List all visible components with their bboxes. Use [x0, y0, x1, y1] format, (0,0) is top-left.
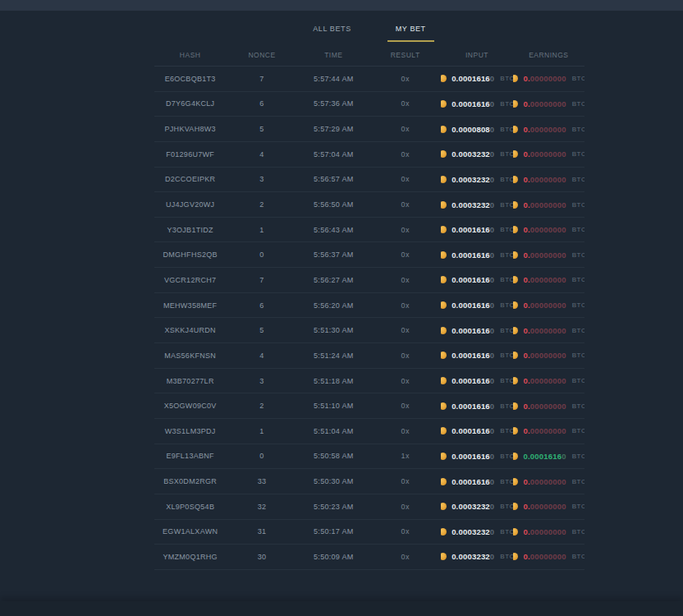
btc-coin-icon [441, 126, 447, 133]
bet-input-value: 0.00016160 [452, 326, 494, 335]
bet-nonce: 7 [226, 75, 297, 83]
table-row: Y3OJB1TIDZ 1 5:56:43 AM 0x 0.00016160 BT… [154, 218, 584, 243]
bet-input-value: 0.00032320 [452, 527, 494, 536]
table-row: VGCR12RCH7 7 5:56:27 AM 0x 0.00016160 BT… [154, 268, 584, 293]
btc-coin-icon [513, 176, 519, 183]
bet-input-value: 0.00032320 [452, 149, 494, 159]
btc-coin-icon [441, 226, 447, 233]
bet-input-cell: 0.00016160 BTC [441, 402, 512, 411]
bet-earnings-value: 0.00000000 [523, 552, 566, 561]
bet-hash: BSX0DM2RGR [154, 477, 226, 485]
bet-earnings-cell: 0.00000000 BTC [513, 426, 584, 435]
bet-result: 0x [369, 75, 441, 83]
table-row: D7Y6G4KCLJ 6 5:57:36 AM 0x 0.00016160 BT… [154, 92, 584, 117]
bet-time: 5:57:36 AM [298, 99, 369, 108]
bet-hash: E6OCBQB1T3 [154, 75, 226, 83]
tab-all-bets[interactable]: ALL BETS [305, 25, 360, 42]
btc-currency-label: BTC [572, 75, 584, 82]
bet-nonce: 33 [226, 477, 297, 485]
bet-earnings-cell: 0.00000000 BTC [513, 175, 584, 184]
table-row: MAS56KFNSN 4 5:51:24 AM 0x 0.00016160 BT… [154, 343, 584, 369]
bet-input-value: 0.00016160 [452, 275, 494, 284]
bet-earnings-cell: 0.00000000 BTC [513, 326, 584, 335]
bet-hash: EGW1ALXAWN [154, 527, 226, 536]
bet-time: 5:50:30 AM [298, 477, 369, 485]
bet-input-value: 0.00008080 [452, 125, 494, 134]
btc-coin-icon [441, 150, 447, 158]
btc-currency-label: BTC [572, 327, 584, 334]
tab-my-bet[interactable]: MY BET [387, 25, 434, 42]
bet-result: 0x [369, 352, 441, 360]
bet-hash: MEHW358MEF [154, 301, 226, 310]
btc-currency-label: BTC [572, 352, 584, 359]
column-header-result: RESULT [369, 51, 441, 59]
bet-earnings-value: 0.00000000 [523, 251, 566, 260]
btc-coin-icon [513, 126, 519, 133]
bet-hash: VGCR12RCH7 [154, 276, 226, 284]
btc-currency-label: BTC [572, 276, 584, 283]
bet-time: 5:57:29 AM [298, 125, 369, 133]
bet-nonce: 3 [226, 377, 297, 385]
column-header-earnings: EARNINGS [513, 51, 584, 59]
column-header-input: INPUT [441, 51, 512, 59]
bet-hash: X5OGW09C0V [154, 402, 226, 410]
btc-coin-icon [441, 377, 447, 384]
table-row: F01296U7WF 4 5:57:04 AM 0x 0.00032320 BT… [154, 142, 584, 168]
bet-earnings-cell: 0.00000000 BTC [513, 225, 584, 234]
bet-earnings-cell: 0.00000000 BTC [513, 376, 584, 385]
btc-coin-icon [513, 478, 519, 485]
bet-input-cell: 0.00032320 BTC [441, 200, 512, 209]
bet-hash: MAS56KFNSN [154, 352, 226, 360]
bet-result: 0x [369, 527, 441, 536]
bet-time: 5:50:17 AM [298, 527, 369, 536]
bet-hash: PJHKVAH8W3 [154, 125, 226, 133]
bet-input-value: 0.00032320 [452, 552, 494, 561]
bet-earnings-value: 0.00000000 [523, 225, 566, 234]
bet-nonce: 7 [226, 276, 297, 284]
table-row: W3S1LM3PDJ 1 5:51:04 AM 0x 0.00016160 BT… [154, 419, 584, 444]
table-row: XL9P0SQ54B 32 5:50:23 AM 0x 0.00032320 B… [154, 494, 584, 520]
bet-earnings-value: 0.00000000 [523, 477, 566, 486]
btc-coin-icon [513, 75, 519, 82]
table-row: MEHW358MEF 6 5:56:20 AM 0x 0.00016160 BT… [154, 293, 584, 319]
bet-input-cell: 0.00016160 BTC [441, 301, 512, 310]
btc-currency-label: BTC [572, 427, 584, 434]
bet-nonce: 2 [226, 402, 297, 410]
bet-earnings-cell: 0.00000000 BTC [513, 301, 584, 310]
btc-coin-icon [513, 327, 519, 334]
bet-earnings-cell: 0.00000000 BTC [513, 275, 584, 284]
bet-input-cell: 0.00032320 BTC [441, 175, 512, 184]
bet-result: 0x [369, 200, 441, 209]
btc-coin-icon [441, 327, 447, 334]
btc-coin-icon [441, 453, 447, 460]
bet-earnings-cell: 0.00000000 BTC [513, 200, 584, 209]
bet-time: 5:56:57 AM [298, 175, 369, 183]
bet-result: 0x [369, 326, 441, 334]
bet-earnings-cell: 0.00000000 BTC [513, 149, 584, 159]
bet-hash: Y3OJB1TIDZ [154, 226, 226, 234]
btc-coin-icon [441, 176, 447, 183]
btc-coin-icon [513, 453, 519, 460]
bet-result: 0x [369, 150, 441, 159]
btc-coin-icon [513, 100, 519, 108]
btc-currency-label: BTC [572, 301, 584, 309]
bet-nonce: 4 [226, 352, 297, 360]
btc-currency-label: BTC [572, 201, 584, 209]
btc-currency-label: BTC [572, 150, 584, 158]
bet-earnings-value: 0.00000000 [523, 426, 566, 435]
bet-nonce: 2 [226, 200, 297, 209]
bet-earnings-cell: 0.00000000 BTC [513, 527, 584, 536]
btc-currency-label: BTC [572, 528, 584, 536]
bet-result: 0x [369, 125, 441, 133]
btc-coin-icon [441, 528, 447, 536]
bet-input-cell: 0.00032320 BTC [441, 502, 512, 511]
btc-coin-icon [513, 276, 519, 283]
btc-coin-icon [441, 100, 447, 108]
bet-hash: D7Y6G4KCLJ [154, 99, 226, 108]
bet-input-cell: 0.00016160 BTC [441, 251, 512, 260]
btc-coin-icon [441, 276, 447, 283]
btc-currency-label: BTC [500, 176, 512, 183]
btc-coin-icon [513, 427, 519, 434]
table-row: X5OGW09C0V 2 5:51:10 AM 0x 0.00016160 BT… [154, 393, 584, 419]
bet-time: 5:50:58 AM [298, 452, 369, 460]
